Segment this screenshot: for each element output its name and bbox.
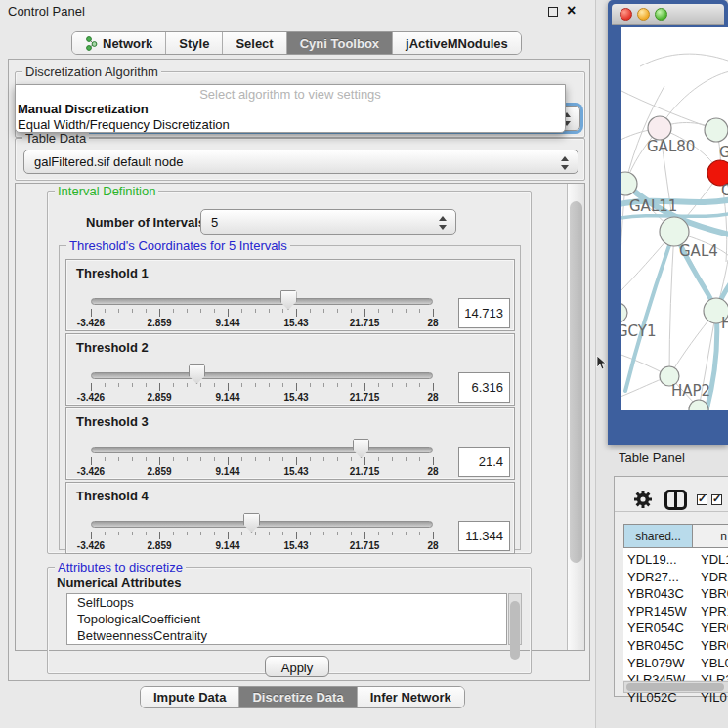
split-columns-icon[interactable] [664,490,687,510]
threshold-value-field[interactable]: 11.344 [458,521,510,551]
slider-tick [159,457,160,465]
table-row[interactable]: YBR043CYBR0 [623,585,728,603]
tab-network[interactable]: Network [72,32,166,54]
table-panel-title: Table Panel [619,450,685,465]
float-window-icon[interactable] [548,7,558,17]
slider-tick [241,532,242,535]
slider-tick [378,457,379,461]
tab-label: Infer Network [370,690,451,705]
group-title: Interval Definition [55,184,158,198]
slider-tick [419,457,420,461]
slider-track[interactable] [91,521,433,528]
slider-tick [146,383,147,387]
slider-tick-label: -3.426 [62,392,120,403]
slider-tick [228,457,229,465]
node-gcy1[interactable] [621,303,627,322]
threshold-value-field[interactable]: 14.713 [458,298,510,328]
slider-tick [406,309,407,313]
vertical-scrollbar[interactable] [567,184,584,650]
table-row[interactable]: YDR27...YDR2 [623,569,728,586]
horizontal-scrollbar[interactable] [623,681,728,693]
column-header-name[interactable]: n [693,524,728,548]
slider-tick [364,457,365,465]
table-row[interactable]: YBR045CYBR0 [623,637,728,655]
slider-tick [364,532,365,539]
slider-tick [118,532,119,535]
scrollbar-thumb[interactable] [510,601,520,660]
slider-tick [214,383,215,387]
column-header-shared-name[interactable]: shared... [623,524,693,548]
attribute-list-item[interactable]: TopologicalCoefficient [67,611,506,627]
node-gal80[interactable] [648,116,671,140]
slider-tick [187,457,188,461]
threshold-4-box: Threshold 4-3.4262.8599.14415.4321.71528… [65,482,515,554]
slider-tick [146,532,147,535]
table-row[interactable]: YPR145WYPR1 [623,603,728,621]
table-data-select[interactable]: galFiltered.sif default node [23,150,578,174]
gear-icon[interactable] [632,489,654,510]
tab-discretize-data[interactable]: Discretize Data [239,687,357,707]
slider-tick [255,383,256,387]
tab-impute-data[interactable]: Impute Data [141,687,239,707]
slider-tick-label: 15.43 [267,392,325,403]
threshold-1-box: Threshold 1-3.4262.8599.14415.4321.71528… [65,259,515,331]
tab-style[interactable]: Style [166,32,223,54]
scrollbar-thumb[interactable] [626,683,724,691]
table-row[interactable]: YER054CYER0 [623,620,728,637]
slider-tick [91,383,92,391]
tab-select[interactable]: Select [223,32,286,54]
close-traffic-light-icon[interactable] [620,8,632,21]
attributes-list-scrollbar[interactable] [508,593,522,645]
network-window-titlebar [612,4,724,25]
slider-tick-label: 2.859 [130,318,189,328]
numerical-attributes-list[interactable]: SelfLoopsTopologicalCoefficientBetweenne… [66,593,507,645]
slider-track[interactable] [91,298,433,305]
node-label-ga: GA [719,144,728,161]
slider-tick [296,383,297,391]
slider-tick [282,309,283,313]
slider-tick-label: 28 [404,318,462,328]
slider-tick [173,309,174,313]
table-row[interactable]: YBL079WYBL0 [623,655,728,672]
slider-track[interactable] [91,372,433,379]
slider-tick [310,309,311,313]
node-label-gal11: GAL11 [629,197,677,215]
tab-cyni-toolbox[interactable]: Cyni Toolbox [287,32,393,54]
slider-tick [91,532,92,539]
slider-tick [323,309,324,313]
slider-tick-label: 21.715 [335,466,394,477]
table-row[interactable]: YDL19...YDL1 [623,551,728,569]
slider-thumb[interactable] [243,513,260,533]
zoom-traffic-light-icon[interactable] [655,8,667,21]
node-ga[interactable] [705,118,728,142]
threshold-value-field[interactable]: 6.316 [458,372,510,403]
slider-tick [173,383,174,387]
apply-button[interactable]: Apply [265,656,329,677]
slider-thumb[interactable] [353,439,369,458]
attribute-list-item[interactable]: SelfLoops [67,594,506,611]
slider-tick [296,309,297,317]
attribute-list-item[interactable]: BetweennessCentrality [67,627,506,644]
slider-tick [118,457,119,461]
scrollbar-thumb[interactable] [570,201,582,563]
slider-track[interactable] [91,447,433,453]
checkbox-icon[interactable] [697,494,707,505]
checkbox-icon[interactable] [711,494,722,505]
slider-tick [364,383,365,391]
network-canvas[interactable]: GAL80GACGAL11GAL4GCY1HHAP2 [621,27,728,410]
table-data-selected-value: galFiltered.sif default node [24,154,183,169]
dropdown-option-equal-width[interactable]: Equal Width/Frequency Discretization [18,117,230,132]
number-of-intervals-select[interactable]: 5 [200,209,456,235]
close-icon[interactable]: × [567,1,576,21]
slider-thumb[interactable] [189,364,205,384]
combo-spinner-icon [560,155,569,171]
cell-name: YPR1 [701,604,728,619]
slider-tick [296,457,297,465]
slider-tick [105,532,106,535]
threshold-value-field[interactable]: 21.4 [458,447,510,477]
slider-thumb[interactable] [280,290,297,310]
minimize-traffic-light-icon[interactable] [637,8,650,21]
tab-infer-network[interactable]: Infer Network [358,687,464,707]
dropdown-option-manual-discretization[interactable]: Manual Discretization [18,102,149,116]
tab-jactivemnodules[interactable]: jActiveMNodules [393,32,521,54]
